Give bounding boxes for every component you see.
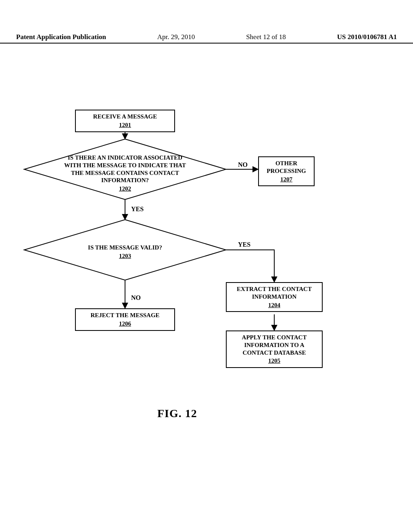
node-ref: 1203 — [77, 252, 173, 260]
flow-node-apply-contact-db: APPLY THE CONTACT INFORMATION TO A CONTA… — [226, 330, 323, 368]
node-ref: 1202 — [60, 185, 190, 193]
edge-label-yes-1203: YES — [238, 241, 250, 248]
flowchart-connectors — [0, 0, 413, 532]
node-ref: 1206 — [79, 320, 171, 328]
node-text: REJECT THE MESSAGE — [90, 312, 159, 318]
flow-decision-indicator: IS THERE AN INDICATOR ASSOCIATED WITH TH… — [60, 154, 190, 193]
node-text: OTHER PROCESSING — [267, 160, 306, 174]
node-text: IS THE MESSAGE VALID? — [88, 244, 162, 251]
node-text: IS THERE AN INDICATOR ASSOCIATED WITH TH… — [64, 154, 186, 183]
flow-decision-valid: IS THE MESSAGE VALID? 1203 — [77, 244, 173, 260]
edge-label-yes-1202: YES — [131, 206, 144, 213]
node-text: EXTRACT THE CONTACT INFORMATION — [237, 286, 312, 300]
flow-node-extract-contact: EXTRACT THE CONTACT INFORMATION 1204 — [226, 282, 323, 312]
node-ref: 1204 — [230, 301, 319, 309]
node-ref: 1201 — [79, 121, 171, 129]
node-text: APPLY THE CONTACT INFORMATION TO A CONTA… — [242, 334, 307, 356]
edge-label-no-1203: NO — [131, 294, 141, 301]
flow-node-receive-message: RECEIVE A MESSAGE 1201 — [75, 110, 175, 132]
node-ref: 1205 — [230, 357, 319, 365]
node-text: RECEIVE A MESSAGE — [93, 113, 157, 120]
flow-node-reject-message: REJECT THE MESSAGE 1206 — [75, 308, 175, 331]
node-ref: 1207 — [262, 176, 311, 183]
edge-label-no-1202: NO — [238, 161, 248, 168]
figure-label: FIG. 12 — [157, 407, 197, 420]
flowchart-canvas: RECEIVE A MESSAGE 1201 IS THERE AN INDIC… — [0, 0, 413, 532]
flow-node-other-processing: OTHER PROCESSING 1207 — [258, 156, 315, 186]
